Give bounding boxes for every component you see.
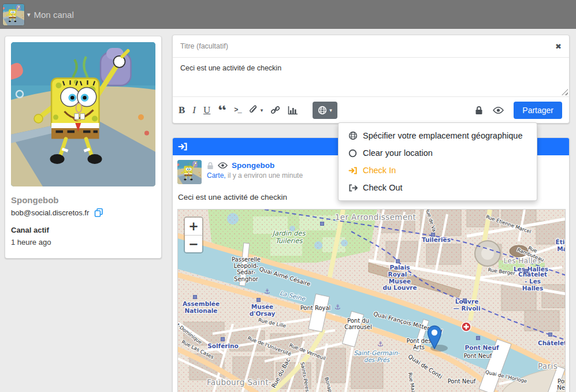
- location-dropdown-menu: Spécifier votre emplacement géographique…: [338, 122, 537, 201]
- zoom-out-button[interactable]: −: [185, 235, 202, 252]
- link-icon: [270, 106, 280, 115]
- post-timestamp: il y a environ une minute: [226, 171, 303, 180]
- quote-button[interactable]: “: [218, 106, 226, 115]
- menu-item-check-out[interactable]: Check Out: [339, 179, 537, 196]
- channel-sidebar: Spongebob bob@social.discretos.fr Canal …: [5, 36, 162, 259]
- location-link[interactable]: Carte,: [207, 171, 226, 180]
- channel-avatar[interactable]: [3, 4, 24, 25]
- menu-item-set-location[interactable]: Spécifier votre emplacement géographique: [339, 127, 537, 144]
- lock-icon: [475, 106, 483, 115]
- close-icon[interactable]: ✖: [548, 42, 569, 51]
- page-title: Mon canal: [34, 10, 74, 20]
- map-canvas[interactable]: 1er ArrondissementJardin des TuileriesTu…: [177, 209, 566, 392]
- map-zoom-control: + −: [184, 216, 203, 253]
- globe-icon: [348, 131, 358, 140]
- profile-image: [11, 42, 155, 186]
- lock-icon: [207, 162, 214, 170]
- permissions-lock-button[interactable]: [475, 106, 483, 115]
- channel-status-label: Canal actif: [11, 226, 155, 234]
- eye-icon: [218, 162, 228, 169]
- sign-out-icon: [348, 184, 358, 192]
- post-author-link[interactable]: Spongebob: [232, 161, 274, 170]
- link-button[interactable]: [270, 106, 280, 115]
- preview-eye-button[interactable]: [493, 106, 504, 114]
- map-tiles: [178, 210, 566, 392]
- channel-address: bob@social.discretos.fr: [11, 208, 89, 217]
- globe-icon: [318, 106, 327, 115]
- attach-button[interactable]: ▾: [249, 105, 263, 115]
- channel-status-time: 1 heure ago: [11, 238, 155, 247]
- underline-button[interactable]: U: [203, 104, 210, 116]
- copy-address-button[interactable]: [94, 208, 103, 217]
- hospital-icon: [462, 322, 471, 331]
- bar-chart-icon: [288, 106, 298, 115]
- code-button[interactable]: >_: [234, 106, 241, 114]
- bold-button[interactable]: B: [179, 104, 185, 116]
- caret-down-icon: ▾: [329, 107, 332, 113]
- post-composer: ✖ Ceci est une activité de checkin B I U…: [172, 35, 570, 124]
- title-input[interactable]: [173, 42, 548, 50]
- chart-button[interactable]: [288, 106, 298, 115]
- channel-name: Spongebob: [11, 195, 155, 205]
- italic-button[interactable]: I: [192, 104, 196, 116]
- map-marker[interactable]: [427, 325, 442, 349]
- caret-down-icon[interactable]: ▾: [27, 11, 31, 18]
- top-navbar: ▾ Mon canal: [0, 0, 576, 29]
- location-menu-button[interactable]: ▾: [313, 102, 337, 119]
- paperclip-icon: [249, 105, 258, 115]
- post-body-textarea[interactable]: Ceci est une activité de checkin: [173, 58, 569, 96]
- post-author-avatar[interactable]: [177, 160, 202, 184]
- menu-item-check-in[interactable]: Check In: [339, 162, 537, 179]
- composer-toolbar: B I U “ >_ ▾ ▾: [173, 97, 569, 123]
- sign-in-icon: [178, 142, 188, 151]
- caret-down-icon: ▾: [261, 107, 263, 113]
- zoom-in-button[interactable]: +: [185, 218, 202, 235]
- eye-icon: [493, 106, 504, 114]
- circle-o-icon: [348, 149, 358, 158]
- share-button[interactable]: Partager: [514, 102, 562, 119]
- menu-item-clear-location[interactable]: Clear your location: [339, 144, 537, 162]
- sign-in-icon: [348, 166, 358, 175]
